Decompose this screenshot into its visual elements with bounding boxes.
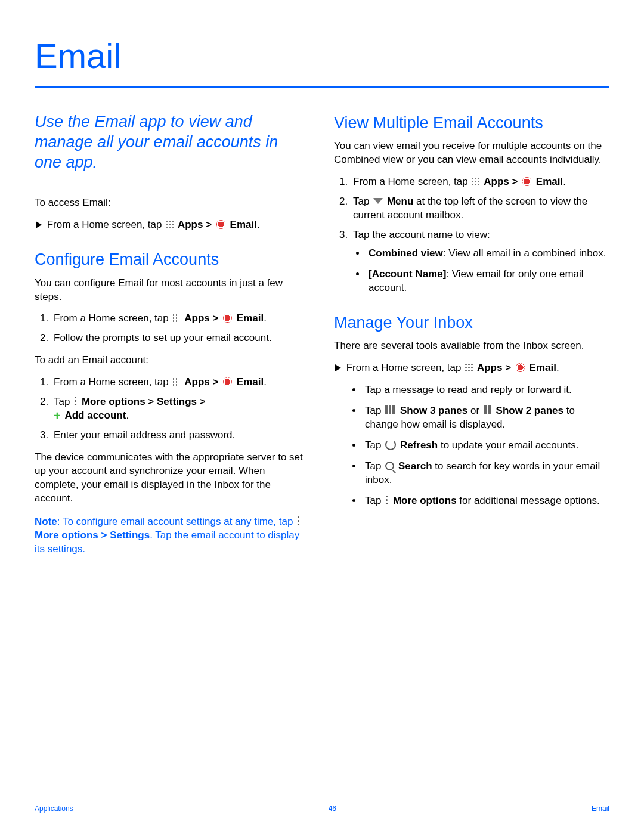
view-step-1: From a Home screen, tap Apps > Email. — [351, 175, 608, 189]
add-step-3: Enter your email address and password. — [51, 429, 309, 442]
view-p1: You can view email you receive for multi… — [334, 140, 608, 167]
arrow-right-icon — [335, 364, 341, 371]
manage-b5: Tap More options for additional message … — [363, 494, 608, 508]
manage-b2: Tap Show 3 panes or Show 2 panes to chan… — [363, 404, 608, 432]
to-add-account: To add an Email account: — [35, 354, 309, 367]
columns: Use the Email app to view and manage all… — [35, 112, 609, 565]
access-step: From a Home screen, tap Apps > Email. — [36, 218, 309, 232]
combined-view-item: Combined view: View all email in a combi… — [366, 247, 608, 261]
email-app-icon — [516, 363, 525, 372]
device-sync-p: The device communicates with the appropr… — [35, 451, 309, 506]
menu-dropdown-icon — [373, 198, 383, 204]
arrow-right-icon — [36, 221, 42, 228]
section-configure-heading: Configure Email Accounts — [35, 249, 309, 270]
email-app-icon — [223, 314, 232, 323]
show-3-panes-icon — [385, 405, 396, 414]
view-steps: From a Home screen, tap Apps > Email. Ta… — [334, 175, 608, 295]
apps-grid-icon — [172, 314, 181, 323]
left-column: Use the Email app to view and manage all… — [35, 112, 309, 565]
more-options-icon — [296, 516, 302, 526]
footer-left: Applications — [35, 804, 73, 813]
apps-grid-icon — [471, 177, 480, 186]
email-app-icon — [522, 177, 531, 186]
intro: Use the Email app to view and manage all… — [35, 112, 309, 172]
section-manage-heading: Manage Your Inbox — [334, 312, 608, 333]
footer: Applications 46 Email — [35, 804, 609, 813]
configure-step-1: From a Home screen, tap Apps > Email. — [51, 312, 309, 326]
configure-steps: From a Home screen, tap Apps > Email. Fo… — [35, 312, 309, 345]
manage-b3: Tap Refresh to update your email account… — [363, 439, 608, 453]
view-step-2: Tap Menu at the top left of the screen t… — [351, 195, 608, 222]
manage-access: From a Home screen, tap Apps > Email. — [335, 361, 608, 375]
show-2-panes-icon — [484, 405, 492, 414]
configure-p1: You can configure Email for most account… — [35, 277, 309, 304]
more-options-icon — [73, 397, 79, 406]
more-options-icon — [384, 496, 390, 505]
refresh-icon — [385, 439, 396, 450]
right-column: View Multiple Email Accounts You can vie… — [334, 112, 608, 565]
email-app-icon — [223, 377, 232, 386]
divider — [35, 86, 609, 88]
footer-right: Email — [592, 804, 609, 813]
section-view-heading: View Multiple Email Accounts — [334, 112, 608, 134]
add-account-steps: From a Home screen, tap Apps > Email. Ta… — [35, 376, 309, 442]
manage-p1: There are several tools available from t… — [334, 339, 608, 353]
footer-page-number: 46 — [329, 804, 336, 813]
page: Email Use the Email app to view and mana… — [0, 0, 644, 833]
apps-grid-icon — [465, 363, 473, 372]
manage-b4: Tap Search to search for key words in yo… — [363, 460, 608, 487]
manage-bullets: Tap a message to read and reply or forwa… — [334, 383, 608, 508]
add-step-1: From a Home screen, tap Apps > Email. — [51, 376, 309, 389]
account-name-item: [Account Name]: View email for only one … — [366, 268, 608, 295]
view-step-3: Tap the account name to view: Combined v… — [351, 228, 608, 295]
manage-b1: Tap a message to read and reply or forwa… — [363, 383, 608, 397]
page-title: Email — [35, 36, 609, 76]
add-step-2: Tap More options > Settings > + Add acco… — [51, 395, 309, 423]
apps-grid-icon — [165, 220, 174, 229]
view-sublist: Combined view: View all email in a combi… — [353, 247, 608, 295]
search-icon — [385, 462, 394, 470]
note: Note: To configure email account setting… — [35, 515, 309, 556]
configure-step-2: Follow the prompts to set up your email … — [51, 332, 309, 345]
apps-grid-icon — [172, 377, 181, 386]
to-access: To access Email: — [35, 196, 309, 210]
email-app-icon — [216, 220, 225, 229]
